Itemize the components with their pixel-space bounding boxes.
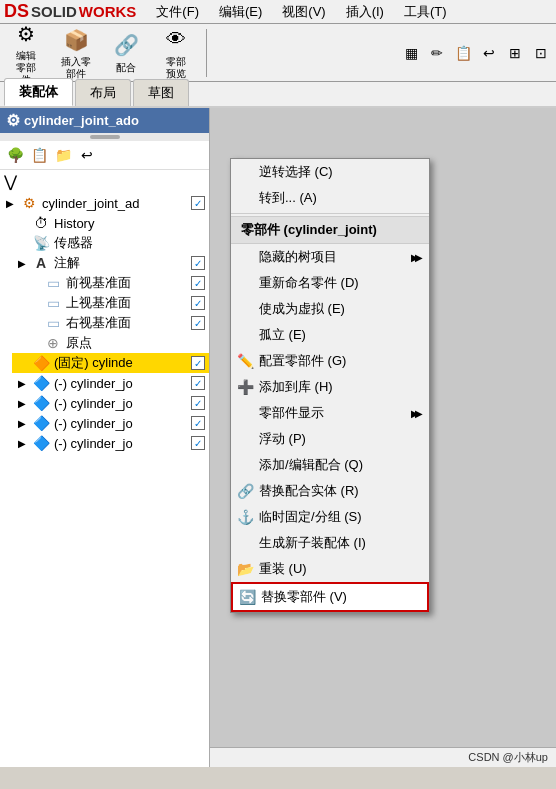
ctx-label-display: 零部件显示 (259, 404, 405, 422)
tree-icon-tree[interactable]: 🌳 (4, 144, 26, 166)
ctx-float[interactable]: 浮动 (P) (231, 426, 429, 452)
tree-arrow-fixed (16, 357, 28, 369)
tab-assembly[interactable]: 装配体 (4, 78, 73, 106)
ctx-replace-comp[interactable]: 🔄 替换零部件 (V) (231, 582, 429, 612)
main-toolbar: ⚙ 编辑零部件 📦 插入零部件 🔗 配合 👁 零部预览 ▦ ✏ 📋 ↩ ⊞ ⊡ (0, 24, 556, 82)
cyl1-icon: 🔷 (32, 374, 50, 392)
assembly-icon: ⚙ (20, 194, 38, 212)
ctx-hidden-tree[interactable]: 隐藏的树项目 ▶ (231, 244, 429, 270)
scroll-handle[interactable] (0, 133, 209, 141)
tree-item-origin[interactable]: ⊕ 原点 (24, 333, 209, 353)
ctx-reload[interactable]: 📂 重装 (U) (231, 556, 429, 582)
ctx-add-mate[interactable]: 添加/编辑配合 (Q) (231, 452, 429, 478)
preview-icon: 👁 (162, 26, 190, 54)
edit-part-button[interactable]: ⚙ 编辑零部件 (4, 18, 48, 88)
viewport[interactable]: ↖ 逆转选择 (C) 转到... (A) 零部件 (cylinder_joint… (210, 108, 556, 767)
ctx-sep-1 (231, 213, 429, 214)
configure-icon: ✏️ (235, 351, 255, 371)
tree-arrow-cyl1: ▶ (16, 377, 28, 389)
ctx-make-virtual[interactable]: 使成为虚拟 (E) (231, 296, 429, 322)
tree-icon-folder[interactable]: 📁 (52, 144, 74, 166)
toolbar-icon-4[interactable]: ↩ (478, 42, 500, 64)
menu-tools[interactable]: 工具(T) (396, 1, 455, 23)
toolbar-icon-5[interactable]: ⊞ (504, 42, 526, 64)
menu-edit[interactable]: 编辑(E) (211, 1, 270, 23)
temp-fix-icon: ⚓ (235, 507, 255, 527)
tree-checkbox-cyl4[interactable] (191, 436, 205, 450)
tree-label-cyl1: (-) cylinder_jo (54, 376, 187, 391)
ctx-label-configure: 配置零部件 (G) (259, 352, 419, 370)
tree-item-cyl2[interactable]: ▶ 🔷 (-) cylinder_jo (12, 393, 209, 413)
tree-item-root[interactable]: ▶ ⚙ cylinder_joint_ad (0, 193, 209, 213)
ctx-label-replace-comp: 替换零部件 (V) (261, 588, 417, 606)
tree-item-history[interactable]: ⏱ History (12, 213, 209, 233)
tree-label-cyl2: (-) cylinder_jo (54, 396, 187, 411)
ctx-replace-mate[interactable]: 🔗 替换配合实体 (R) (231, 478, 429, 504)
preview-button[interactable]: 👁 零部预览 (154, 24, 198, 82)
ctx-section-header: 零部件 (cylinder_joint) (231, 216, 429, 244)
toolbar-icon-2[interactable]: ✏ (426, 42, 448, 64)
sensor-icon: 📡 (32, 234, 50, 252)
ctx-label-float: 浮动 (P) (259, 430, 419, 448)
tree-item-cyl4[interactable]: ▶ 🔷 (-) cylinder_jo (12, 433, 209, 453)
menu-view[interactable]: 视图(V) (274, 1, 333, 23)
menu-file[interactable]: 文件(F) (148, 1, 207, 23)
tree-item-cyl3[interactable]: ▶ 🔷 (-) cylinder_jo (12, 413, 209, 433)
tree-checkbox-annotation[interactable] (191, 256, 205, 270)
ctx-label-isolate: 孤立 (E) (259, 326, 419, 344)
ctx-configure[interactable]: ✏️ 配置零部件 (G) (231, 348, 429, 374)
toolbar-icon-3[interactable]: 📋 (452, 42, 474, 64)
ctx-invert-selection[interactable]: 逆转选择 (C) (231, 159, 429, 185)
tree-arrow-origin (28, 337, 40, 349)
fixed-part-icon: 🔶 (32, 354, 50, 372)
plane-icon-front: ▭ (44, 274, 62, 292)
insert-part-icon: 📦 (62, 26, 90, 54)
ctx-label-virtual: 使成为虚拟 (E) (259, 300, 419, 318)
tab-sketch[interactable]: 草图 (133, 79, 189, 106)
tree-checkbox-fixed[interactable] (191, 356, 205, 370)
tree-checkbox-top[interactable] (191, 296, 205, 310)
tree-icon-list[interactable]: 📋 (28, 144, 50, 166)
insert-part-button[interactable]: 📦 插入零部件 (54, 24, 98, 82)
menu-insert[interactable]: 插入(I) (338, 1, 392, 23)
tree-checkbox-cyl2[interactable] (191, 396, 205, 410)
ctx-goto[interactable]: 转到... (A) (231, 185, 429, 211)
history-icon: ⏱ (32, 214, 50, 232)
mate-button[interactable]: 🔗 配合 (104, 29, 148, 77)
insert-part-label: 插入零部件 (61, 56, 91, 80)
ctx-temp-fix[interactable]: ⚓ 临时固定/分组 (S) (231, 504, 429, 530)
cyl2-icon: 🔷 (32, 394, 50, 412)
tree-item-cyl1[interactable]: ▶ 🔷 (-) cylinder_jo (12, 373, 209, 393)
tree-checkbox-root[interactable] (191, 196, 205, 210)
tree-label-history: History (54, 216, 205, 231)
feature-icons-row: 🌳 📋 📁 ↩ (0, 141, 209, 170)
ctx-label-rename: 重新命名零件 (D) (259, 274, 419, 292)
toolbar-icon-1[interactable]: ▦ (400, 42, 422, 64)
tab-layout[interactable]: 布局 (75, 79, 131, 106)
ctx-add-library[interactable]: ➕ 添加到库 (H) (231, 374, 429, 400)
tree-label-root: cylinder_joint_ad (42, 196, 187, 211)
toolbar-icon-6[interactable]: ⊡ (530, 42, 552, 64)
tree-item-front-plane[interactable]: ▭ 前视基准面 (24, 273, 209, 293)
tree-item-right-plane[interactable]: ▭ 右视基准面 (24, 313, 209, 333)
tree-arrow-front (28, 277, 40, 289)
preview-label: 零部预览 (166, 56, 186, 80)
tree-icon-back[interactable]: ↩ (76, 144, 98, 166)
tree-checkbox-cyl3[interactable] (191, 416, 205, 430)
tree-checkbox-right[interactable] (191, 316, 205, 330)
ctx-rename[interactable]: 重新命名零件 (D) (231, 270, 429, 296)
tree-item-annotation[interactable]: ▶ A 注解 (12, 253, 209, 273)
ctx-comp-display[interactable]: 零部件显示 ▶ (231, 400, 429, 426)
tree-checkbox-cyl1[interactable] (191, 376, 205, 390)
ctx-isolate[interactable]: 孤立 (E) (231, 322, 429, 348)
tree-item-sensor[interactable]: 📡 传感器 (12, 233, 209, 253)
tree-item-top-plane[interactable]: ▭ 上视基准面 (24, 293, 209, 313)
tree-checkbox-front[interactable] (191, 276, 205, 290)
ctx-new-subasm[interactable]: 生成新子装配体 (I) (231, 530, 429, 556)
menu-bar: DS SOLID WORKS 文件(F) 编辑(E) 视图(V) 插入(I) 工… (0, 0, 556, 24)
tree-arrow-annotation: ▶ (16, 257, 28, 269)
panel-header: ⚙ cylinder_joint_ado (0, 108, 209, 133)
tree-arrow-cyl3: ▶ (16, 417, 28, 429)
replace-mate-icon: 🔗 (235, 481, 255, 501)
tree-item-fixed[interactable]: 🔶 (固定) cylinde (12, 353, 209, 373)
